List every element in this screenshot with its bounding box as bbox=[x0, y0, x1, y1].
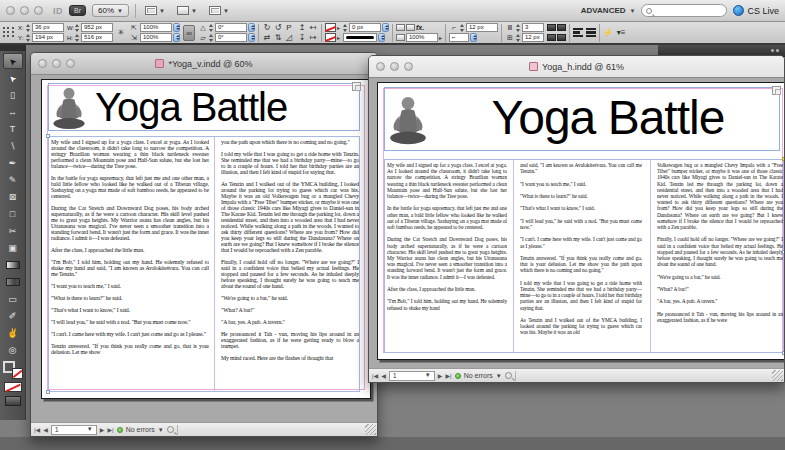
constrain-scale-link-icon[interactable]: ∞ bbox=[183, 25, 195, 41]
corner-shape-stepper[interactable] bbox=[470, 33, 477, 42]
body-text-frame[interactable]: My wife and I signed up for a yoga class… bbox=[48, 136, 360, 392]
reference-point-proxy[interactable] bbox=[3, 27, 15, 39]
headline-frame[interactable]: Yoga Battle bbox=[48, 83, 360, 131]
height-field[interactable]: H: 516 px bbox=[67, 33, 113, 42]
corner-radius-field[interactable]: ⌐ 12 px bbox=[449, 23, 498, 32]
rotate-ccw-icon[interactable]: ↺ bbox=[273, 23, 283, 32]
window-titlebar[interactable]: Yoga_h.indd @ 61% bbox=[369, 56, 784, 78]
rotate-cw-icon[interactable]: ↻ bbox=[262, 23, 272, 32]
screen-mode-button[interactable]: ▼ bbox=[174, 5, 200, 16]
last-page-button[interactable]: ▶| bbox=[107, 426, 113, 433]
view-options-button[interactable]: ▼ bbox=[142, 5, 168, 16]
center-content-icon[interactable] bbox=[557, 34, 566, 41]
cs-live-button[interactable]: CS Live bbox=[733, 5, 779, 16]
zoom-tool[interactable]: ◎ bbox=[3, 342, 23, 358]
opacity-field[interactable]: 100% ▸ bbox=[396, 33, 442, 42]
flip-both-icon[interactable]: ◿ bbox=[284, 33, 294, 42]
preflight-menu-icon[interactable] bbox=[505, 372, 512, 379]
chevron-right-icon[interactable]: ▸ bbox=[337, 24, 340, 31]
next-page-button[interactable]: ▶ bbox=[100, 426, 105, 433]
zoom-window-button[interactable] bbox=[34, 6, 43, 15]
selection-tool[interactable]: ➤ bbox=[3, 53, 23, 69]
body-column-2[interactable]: and said, "I am known as Avalokiteśvara.… bbox=[520, 162, 642, 350]
object-style-icon[interactable] bbox=[406, 24, 415, 31]
tools-panel-header[interactable] bbox=[0, 45, 26, 51]
shear-angle-field[interactable]: ▱ 0° bbox=[198, 33, 255, 42]
pen-tool[interactable]: ✒ bbox=[3, 155, 23, 171]
drop-shadow-icon[interactable] bbox=[396, 24, 405, 31]
fill-swatch[interactable] bbox=[12, 368, 23, 379]
fill-none-swatch[interactable] bbox=[325, 33, 336, 42]
first-page-button[interactable]: |◀ bbox=[34, 426, 40, 433]
frame-tool[interactable]: ⊠ bbox=[3, 189, 23, 205]
select-container-icon[interactable]: ↥ bbox=[297, 23, 307, 32]
direct-selection-tool[interactable]: ➤ bbox=[3, 70, 23, 86]
x-position-field[interactable]: X: 36 px bbox=[18, 23, 64, 32]
body-text-frame[interactable]: My wife and I signed up for a yoga class… bbox=[384, 159, 784, 353]
shear-stepper[interactable] bbox=[248, 33, 255, 42]
gradient-tool[interactable] bbox=[3, 257, 23, 273]
width-field[interactable]: W: 952 px bbox=[67, 23, 113, 32]
headline-frame[interactable]: Yoga Battle bbox=[384, 87, 780, 151]
pencil-tool[interactable]: ✎ bbox=[3, 172, 23, 188]
window-resize-grip[interactable] bbox=[365, 424, 376, 435]
close-button[interactable] bbox=[6, 6, 15, 15]
select-content-icon[interactable]: ↧ bbox=[297, 33, 307, 42]
next-page-button[interactable]: ▶ bbox=[438, 372, 443, 379]
frame-handle[interactable] bbox=[46, 134, 50, 138]
select-previous-object-icon[interactable]: ↤ bbox=[308, 23, 318, 32]
screen-mode-toggle[interactable] bbox=[5, 396, 21, 406]
chevron-right-icon[interactable]: ▸ bbox=[337, 34, 340, 41]
effects-button[interactable]: fx. bbox=[416, 24, 424, 31]
apply-none-button[interactable] bbox=[4, 382, 22, 392]
frame-handle[interactable] bbox=[46, 390, 50, 394]
gap-tool[interactable]: ↔ bbox=[3, 104, 23, 120]
scale-x-field[interactable]: ⇱ 100% bbox=[129, 23, 180, 32]
corner-shape-select[interactable]: ⌐ bbox=[449, 33, 498, 42]
window-resize-grip[interactable] bbox=[772, 370, 783, 381]
frame-handle-yellow[interactable] bbox=[782, 157, 784, 161]
arrange-documents-button[interactable]: ▼ bbox=[206, 5, 232, 16]
chevron-down-icon[interactable]: ▼ bbox=[158, 427, 164, 433]
note-tool[interactable]: ▭ bbox=[3, 291, 23, 307]
scale-x-stepper[interactable] bbox=[173, 23, 180, 32]
zoom-level-select[interactable]: 60% ▼ bbox=[92, 4, 129, 17]
fill-frame-icon[interactable] bbox=[547, 34, 556, 41]
gutter-field[interactable]: ⊞ 12 px bbox=[505, 33, 544, 42]
preflight-menu-icon[interactable] bbox=[167, 426, 174, 433]
chevron-down-icon[interactable]: ▼ bbox=[496, 373, 502, 379]
align-left-icon[interactable] bbox=[573, 28, 583, 38]
chevron-right-icon[interactable]: ▸ bbox=[439, 34, 442, 41]
rotation-angle-field[interactable]: △ 0° bbox=[198, 23, 255, 32]
type-tool[interactable]: T bbox=[3, 121, 23, 137]
page-number-field[interactable]: 1 ▼ bbox=[51, 425, 97, 435]
page-number-field[interactable]: 1 ▼ bbox=[389, 371, 435, 381]
body-column-2[interactable]: you the path upon which there is no comi… bbox=[221, 139, 359, 389]
panel-menu-icon[interactable]: ▾≡ bbox=[616, 28, 626, 37]
page-tool[interactable]: ▯ bbox=[3, 87, 23, 103]
search-input[interactable] bbox=[641, 4, 727, 17]
flip-horizontal-icon[interactable]: ⇄ bbox=[262, 33, 272, 42]
stroke-none-swatch[interactable] bbox=[325, 23, 336, 32]
scissors-tool[interactable]: ✂ bbox=[3, 223, 23, 239]
line-tool[interactable]: ∖ bbox=[3, 138, 23, 154]
body-column-1[interactable]: My wife and I signed up for a yoga class… bbox=[51, 139, 209, 389]
stroke-type-select[interactable] bbox=[343, 33, 389, 42]
quick-apply-icon[interactable]: ⚡ bbox=[603, 28, 613, 37]
stroke-weight-stepper[interactable] bbox=[382, 23, 389, 32]
previous-page-button[interactable]: ◀ bbox=[381, 372, 386, 379]
minimize-button[interactable] bbox=[20, 6, 29, 15]
select-next-object-icon[interactable]: ↦ bbox=[308, 33, 318, 42]
previous-page-button[interactable]: ◀ bbox=[43, 426, 48, 433]
fit-frame-icon[interactable] bbox=[557, 24, 566, 31]
gradient-feather-tool[interactable] bbox=[3, 274, 23, 290]
constrain-dimensions-icon[interactable]: ✳ bbox=[116, 28, 126, 37]
eyedropper-tool[interactable]: ✐ bbox=[3, 308, 23, 324]
frame-outport[interactable] bbox=[782, 351, 784, 355]
rotation-stepper[interactable] bbox=[248, 23, 255, 32]
align-center-icon[interactable] bbox=[586, 28, 596, 38]
flip-vertical-icon[interactable]: ⇅ bbox=[273, 33, 283, 42]
window-titlebar[interactable]: *Yoga_v.indd @ 60% bbox=[31, 53, 377, 75]
body-column-3[interactable]: Volkswagen bug or a mangled Chevy Impala… bbox=[657, 162, 783, 350]
scale-y-stepper[interactable] bbox=[173, 33, 180, 42]
